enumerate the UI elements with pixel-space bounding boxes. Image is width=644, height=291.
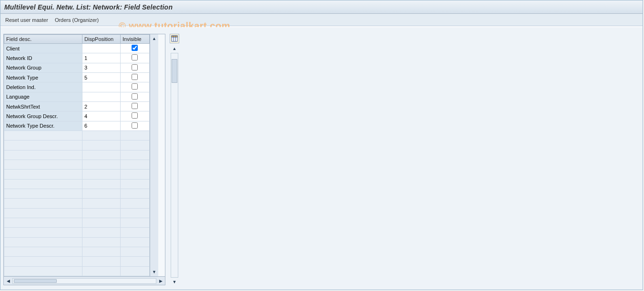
field-desc-cell[interactable]: Network Group Descr. — [4, 111, 82, 121]
table-row-empty[interactable] — [4, 199, 150, 208]
disp-position-cell[interactable] — [82, 247, 121, 256]
h-scroll-thumb[interactable] — [14, 279, 57, 283]
table-row-empty[interactable] — [4, 228, 150, 237]
field-desc-cell[interactable] — [4, 257, 82, 266]
table-row[interactable]: Network Type — [4, 72, 150, 82]
disp-position-input[interactable] — [84, 123, 118, 129]
field-desc-cell[interactable] — [4, 237, 82, 247]
field-desc-cell[interactable] — [4, 247, 82, 256]
table-row-empty[interactable] — [4, 130, 150, 140]
invisible-checkbox[interactable] — [132, 74, 138, 80]
invisible-cell[interactable] — [120, 82, 149, 92]
disp-position-cell[interactable] — [82, 237, 121, 247]
disp-position-cell[interactable] — [82, 63, 121, 72]
invisible-cell[interactable] — [120, 63, 149, 72]
panel-scroll-up-icon[interactable]: ▲ — [171, 45, 178, 52]
table-row-empty[interactable] — [4, 266, 150, 276]
disp-position-input[interactable] — [84, 46, 118, 51]
disp-position-cell[interactable] — [82, 266, 121, 276]
panel-v-scroll-thumb[interactable] — [172, 59, 177, 83]
invisible-checkbox[interactable] — [132, 83, 138, 90]
disp-position-cell[interactable] — [82, 179, 121, 189]
disp-position-cell[interactable] — [82, 218, 121, 227]
table-row-empty[interactable] — [4, 189, 150, 198]
col-header-disp-position[interactable]: DispPosition — [82, 35, 121, 44]
scroll-down-icon[interactable]: ▼ — [151, 269, 158, 275]
field-desc-cell[interactable]: Deletion Ind. — [4, 82, 82, 92]
h-scroll-track[interactable] — [12, 278, 156, 284]
field-desc-cell[interactable] — [4, 266, 82, 276]
invisible-checkbox[interactable] — [132, 64, 138, 70]
disp-position-cell[interactable] — [82, 101, 121, 111]
disp-position-cell[interactable] — [82, 189, 121, 198]
invisible-cell[interactable] — [120, 150, 149, 160]
disp-position-cell[interactable] — [82, 257, 121, 266]
invisible-cell[interactable] — [120, 189, 149, 198]
panel-scroll-down-icon[interactable]: ▼ — [171, 279, 178, 285]
disp-position-cell[interactable] — [82, 160, 121, 169]
disp-position-input[interactable] — [84, 55, 118, 61]
invisible-cell[interactable] — [120, 140, 149, 150]
field-desc-cell[interactable] — [4, 179, 82, 189]
invisible-cell[interactable] — [120, 266, 149, 276]
invisible-cell[interactable] — [120, 130, 149, 140]
scroll-up-icon[interactable]: ▲ — [151, 35, 158, 42]
disp-position-input[interactable] — [84, 65, 118, 70]
disp-position-cell[interactable] — [82, 111, 121, 121]
field-desc-cell[interactable] — [4, 199, 82, 208]
invisible-cell[interactable] — [120, 218, 149, 227]
reset-user-master-button[interactable]: Reset user master — [5, 17, 48, 23]
field-desc-cell[interactable]: Network Type — [4, 72, 82, 82]
invisible-cell[interactable] — [120, 247, 149, 256]
field-desc-cell[interactable] — [4, 140, 82, 150]
table-row[interactable]: Network Group Descr. — [4, 111, 150, 121]
disp-position-input[interactable] — [84, 113, 118, 119]
disp-position-cell[interactable] — [82, 170, 121, 179]
configure-layout-button[interactable] — [170, 34, 179, 43]
invisible-checkbox[interactable] — [132, 103, 138, 109]
table-row-empty[interactable] — [4, 150, 150, 160]
invisible-checkbox[interactable] — [132, 122, 138, 129]
table-row-empty[interactable] — [4, 257, 150, 266]
table-row-empty[interactable] — [4, 237, 150, 247]
table-row[interactable]: Network Group — [4, 63, 150, 72]
scroll-right-icon[interactable]: ▶ — [157, 278, 164, 284]
table-horizontal-scrollbar[interactable]: ◀ ▶ — [4, 276, 165, 285]
invisible-cell[interactable] — [120, 179, 149, 189]
invisible-checkbox[interactable] — [132, 93, 138, 100]
field-desc-cell[interactable] — [4, 218, 82, 227]
table-row-empty[interactable] — [4, 208, 150, 218]
invisible-cell[interactable] — [120, 237, 149, 247]
table-row-empty[interactable] — [4, 170, 150, 179]
disp-position-cell[interactable] — [82, 199, 121, 208]
field-desc-cell[interactable]: NetwkShrtText — [4, 101, 82, 111]
table-row[interactable]: Network ID — [4, 53, 150, 63]
invisible-cell[interactable] — [120, 92, 149, 101]
invisible-checkbox[interactable] — [132, 112, 138, 119]
disp-position-cell[interactable] — [82, 150, 121, 160]
field-desc-cell[interactable] — [4, 150, 82, 160]
invisible-cell[interactable] — [120, 111, 149, 121]
disp-position-cell[interactable] — [82, 82, 121, 92]
col-header-invisible[interactable]: Invisible — [120, 35, 149, 44]
field-desc-cell[interactable]: Network Group — [4, 63, 82, 72]
disp-position-cell[interactable] — [82, 140, 121, 150]
field-desc-cell[interactable]: Network Type Descr. — [4, 121, 82, 130]
table-row-empty[interactable] — [4, 160, 150, 169]
panel-vertical-scrollbar[interactable] — [171, 53, 178, 278]
orders-organizer-button[interactable]: Orders (Organizer) — [55, 17, 99, 23]
disp-position-cell[interactable] — [82, 130, 121, 140]
table-row[interactable]: NetwkShrtText — [4, 101, 150, 111]
invisible-cell[interactable] — [120, 101, 149, 111]
invisible-cell[interactable] — [120, 170, 149, 179]
table-row[interactable]: Deletion Ind. — [4, 82, 150, 92]
invisible-checkbox[interactable] — [132, 45, 138, 51]
invisible-cell[interactable] — [120, 208, 149, 218]
field-desc-cell[interactable] — [4, 170, 82, 179]
table-row[interactable]: Client — [4, 44, 150, 53]
col-header-field-desc[interactable]: Field desc. — [4, 35, 82, 44]
table-row-empty[interactable] — [4, 140, 150, 150]
invisible-cell[interactable] — [120, 228, 149, 237]
disp-position-cell[interactable] — [82, 53, 121, 63]
invisible-checkbox[interactable] — [132, 54, 138, 60]
